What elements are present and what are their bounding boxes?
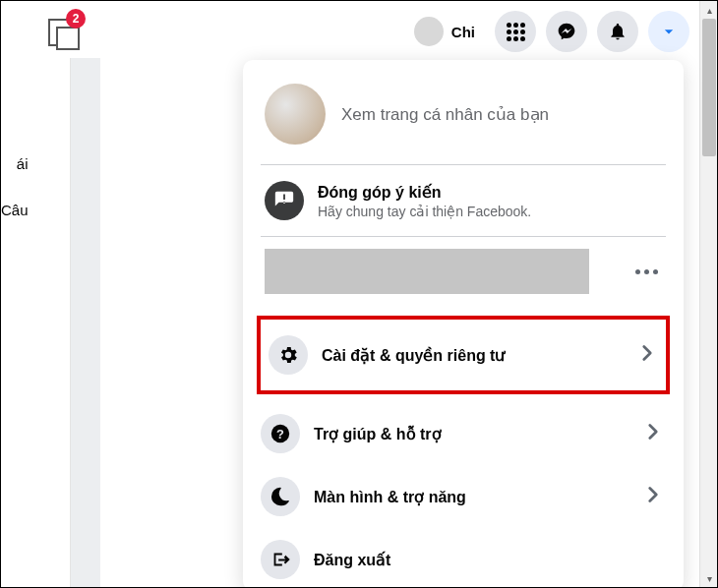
- chevron-right-icon: [640, 419, 666, 448]
- avatar-large: [265, 84, 326, 145]
- more-options-button[interactable]: [635, 269, 666, 274]
- view-profile-label: Xem trang cá nhân của bạn: [341, 104, 549, 125]
- vertical-scrollbar[interactable]: ▴ ▾: [699, 1, 717, 587]
- svg-text:?: ?: [276, 427, 284, 441]
- gear-icon: [269, 335, 308, 375]
- redacted-row: [243, 237, 684, 312]
- left-frag-1: ái: [1, 153, 29, 174]
- scroll-down-arrow[interactable]: ▾: [700, 569, 718, 587]
- settings-privacy-label: Cài đặt & quyền riêng tư: [322, 346, 621, 365]
- left-frag-2: Câu: [1, 200, 29, 220]
- header-actions: Chi: [410, 11, 689, 52]
- help-support-label: Trợ giúp & hỗ trợ: [314, 425, 627, 443]
- feedback-icon: [265, 181, 304, 220]
- account-dropdown: Xem trang cá nhân của bạn Đóng góp ý kiế…: [243, 60, 684, 588]
- account-menu-button[interactable]: [648, 11, 689, 52]
- give-feedback-item[interactable]: Đóng góp ý kiến Hãy chung tay cải thiện …: [243, 165, 684, 236]
- logout-item[interactable]: Đăng xuất: [243, 528, 684, 588]
- menu-grid-button[interactable]: [495, 11, 536, 52]
- caret-down-icon: [659, 22, 679, 41]
- left-fragment-text: ái Câu: [1, 153, 29, 246]
- scroll-up-arrow[interactable]: ▴: [700, 1, 718, 19]
- feedback-title: Đóng góp ý kiến: [318, 183, 666, 202]
- avatar-small: [414, 17, 444, 46]
- scroll-thumb[interactable]: [702, 19, 716, 156]
- help-support-item[interactable]: ? Trợ giúp & hỗ trợ: [243, 402, 684, 465]
- bell-icon: [608, 22, 628, 41]
- profile-chip[interactable]: Chi: [410, 13, 485, 50]
- view-profile-item[interactable]: Xem trang cá nhân của bạn: [243, 70, 684, 164]
- messenger-icon: [557, 22, 576, 41]
- left-strip: [71, 58, 100, 588]
- display-accessibility-label: Màn hình & trợ năng: [314, 488, 627, 506]
- logout-label: Đăng xuất: [314, 551, 666, 569]
- redacted-block: [265, 249, 589, 294]
- display-accessibility-item[interactable]: Màn hình & trợ năng: [243, 465, 684, 528]
- top-header: 2 Chi: [1, 1, 699, 58]
- notification-badge: 2: [66, 9, 86, 29]
- feedback-subtitle: Hãy chung tay cải thiện Facebook.: [318, 204, 666, 219]
- help-icon: ?: [261, 414, 300, 453]
- profile-name: Chi: [451, 24, 475, 40]
- settings-privacy-item[interactable]: Cài đặt & quyền riêng tư: [261, 322, 666, 388]
- notifications-button[interactable]: [597, 11, 638, 52]
- grid-icon: [507, 23, 525, 41]
- logout-icon: [261, 540, 300, 579]
- highlight-frame: Cài đặt & quyền riêng tư: [257, 316, 670, 394]
- moon-icon: [261, 477, 300, 516]
- messenger-button[interactable]: [546, 11, 587, 52]
- chevron-right-icon: [634, 340, 660, 370]
- chevron-right-icon: [640, 482, 666, 511]
